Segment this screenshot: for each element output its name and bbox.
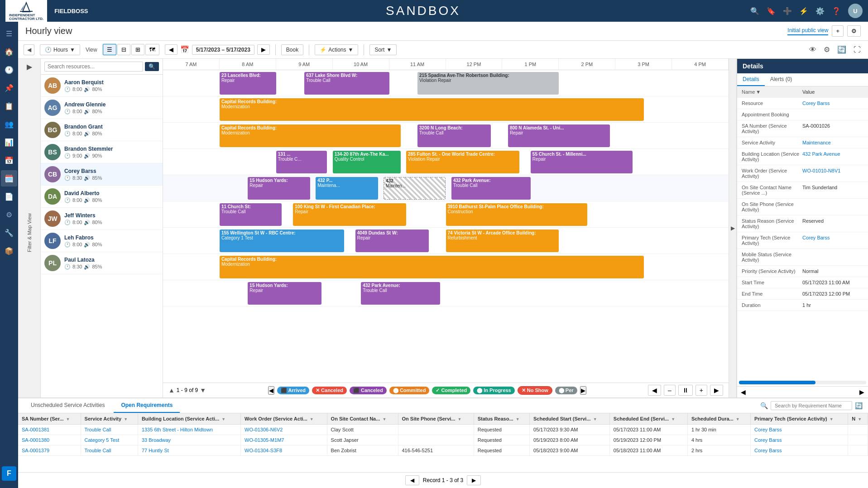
- filter-detail-icon[interactable]: ▼: [756, 89, 761, 95]
- tech-link-3[interactable]: Corey Barss: [754, 448, 782, 453]
- event-bs-3[interactable]: 285 Fulton St. - One World Trade Centre:…: [406, 151, 519, 173]
- legend-arrived[interactable]: ⬛ Arrived: [277, 387, 310, 394]
- col-work-order[interactable]: Work Order (Service Acti... ▼: [241, 413, 327, 425]
- resource-item-brandon-grant[interactable]: BG Brandon Grant 🕐 8:00 🔊 80%: [41, 119, 163, 141]
- hours-dropdown[interactable]: 🕐 Hours ▼: [40, 44, 80, 55]
- sidebar-recent-icon[interactable]: 🕐: [1, 62, 17, 78]
- sort-dropdown[interactable]: Sort ▼: [369, 44, 397, 55]
- event-bg-2[interactable]: 3200 N Long Beach: Trouble Call: [417, 124, 491, 147]
- col-sa-number[interactable]: SA Number (Ser... ▼: [18, 413, 81, 425]
- initial-public-view-link[interactable]: Initial public view: [787, 27, 828, 35]
- list-view-btn[interactable]: ☰: [103, 44, 116, 55]
- building-link-2[interactable]: 33 Broadway: [142, 437, 171, 443]
- tech-link-1[interactable]: Corey Barss: [754, 427, 782, 432]
- bottom-refresh-icon[interactable]: 🔄: [855, 402, 863, 409]
- sa-number-link-3[interactable]: SA-0001379: [22, 448, 49, 453]
- timeline-scroll-area[interactable]: 23 Lascelles Blvd: Repair 637 Lake Shore…: [163, 70, 729, 383]
- event-jw-3[interactable]: 74 Victoria St W - Arcade Office Buildin…: [446, 230, 559, 252]
- timeline-row-bg-david[interactable]: 11 Church St: Trouble Call 100 King St W…: [163, 201, 729, 227]
- tab-unscheduled[interactable]: Unscheduled Service Activities: [24, 398, 112, 413]
- building-link-3[interactable]: 77 Huntly St: [142, 448, 169, 453]
- zoom-out-btn[interactable]: –: [664, 385, 676, 396]
- sa-number-link-1[interactable]: SA-0001381: [22, 427, 49, 432]
- sidebar-docs-icon[interactable]: 📄: [1, 188, 17, 205]
- tech-link-2[interactable]: Corey Barss: [754, 437, 782, 443]
- search-icon[interactable]: 🔍: [750, 7, 759, 15]
- event-cb-4[interactable]: 432 Park Avenue: Trouble Call: [451, 177, 531, 200]
- zoom-in-btn[interactable]: +: [695, 385, 707, 396]
- sidebar-chart-icon[interactable]: 📊: [1, 134, 17, 150]
- details-prev-btn[interactable]: ◀: [741, 388, 746, 396]
- settings-icon[interactable]: ⚙️: [815, 7, 825, 15]
- grid-view-btn[interactable]: ⊞: [131, 44, 144, 55]
- event-pl-2[interactable]: 432 Park Avenue: Trouble Call: [361, 282, 440, 305]
- event-jw-1[interactable]: 155 Wellington St W - RBC Centre: Catego…: [220, 230, 344, 252]
- fullscreen-icon[interactable]: ⛶: [852, 44, 863, 56]
- resource-item-paul-latoza[interactable]: PL Paul Latoza 🕐 8:30 🔊 85%: [41, 252, 163, 274]
- event-bs-4[interactable]: 55 Church St. - Millenni... Repair: [531, 151, 633, 173]
- detail-value-resource[interactable]: Corey Barss: [802, 100, 863, 106]
- sidebar-settings2-icon[interactable]: ⚙: [1, 206, 17, 223]
- filter-icon[interactable]: ⚡: [799, 7, 808, 15]
- timeline-row-bg-paul[interactable]: 15 Hudson Yards: Repair 432 Park Avenue:…: [163, 280, 729, 306]
- floaty-f-button[interactable]: F: [2, 466, 16, 481]
- event-cb-2[interactable]: 432 P... Maintena...: [316, 177, 378, 200]
- resource-item-jeff-winters[interactable]: JW Jeff Winters 🕐 8:00 🔊 80%: [41, 208, 163, 230]
- collapse-left-btn[interactable]: ◀: [24, 44, 34, 55]
- timeline-row-bg-leh[interactable]: Capital Records Building: Modernization: [163, 254, 729, 280]
- legend-completed[interactable]: ✓ Completed: [432, 387, 470, 394]
- event-jw-2[interactable]: 4049 Dundas St W: Repair: [355, 230, 429, 252]
- user-avatar[interactable]: U: [848, 4, 863, 18]
- add-icon[interactable]: ➕: [783, 7, 792, 15]
- col-n[interactable]: N ▼: [848, 413, 868, 425]
- sidebar-group-icon[interactable]: 👥: [1, 116, 17, 132]
- sidebar-calendar-icon[interactable]: 📅: [1, 152, 17, 168]
- legend-inprogress[interactable]: ⬤ In Progress: [473, 387, 515, 394]
- prev-date-btn[interactable]: ◀: [165, 44, 177, 55]
- sidebar-schedule-icon[interactable]: 🗓️: [1, 170, 17, 187]
- tab-open-requirements[interactable]: Open Requirements: [114, 398, 180, 413]
- event-andrew-1[interactable]: Capital Records Building: Modernization: [220, 98, 644, 121]
- details-scrollbar[interactable]: [739, 381, 866, 384]
- timeline-row-bg-jeff[interactable]: 155 Wellington St W - RBC Centre: Catego…: [163, 228, 729, 254]
- details-next-btn[interactable]: ▶: [859, 388, 864, 396]
- legend-per[interactable]: ⬤ Per: [555, 387, 577, 394]
- sidebar-home-icon[interactable]: 🏠: [1, 43, 17, 60]
- next-legend-btn[interactable]: ▶: [580, 386, 586, 395]
- pause-btn[interactable]: ⏸: [678, 385, 693, 396]
- col-scheduled-end[interactable]: Scheduled End (Servi... ▼: [609, 413, 687, 425]
- filter-map-view-label[interactable]: Filter & Map View: [27, 213, 32, 252]
- prev-page-btn[interactable]: ◀: [648, 385, 661, 396]
- col-primary-tech[interactable]: Primary Tech (Service Activity) ▼: [750, 413, 848, 425]
- resource-item-corey-barss[interactable]: CB Corey Barss 🕐 8:30 🔊 85%: [41, 163, 163, 186]
- bottom-search-input[interactable]: [771, 401, 852, 410]
- resource-item-aaron-berquist[interactable]: AB Aaron Berquist 🕐 8:00 🔊 80%: [41, 75, 163, 97]
- event-bs-2[interactable]: 134-20 87th Ave-The Ka... Quality Contro…: [333, 151, 401, 173]
- event-aaron-3[interactable]: 215 Spadina Ave-The Robertson Building: …: [417, 72, 559, 95]
- work-order-link-2[interactable]: WO-01305-M1M7: [245, 437, 284, 443]
- resource-item-david-alberto[interactable]: DA David Alberto 🕐 8:00 🔊 80%: [41, 186, 163, 208]
- event-cb-1[interactable]: 15 Hudson Yards: Repair: [248, 177, 310, 200]
- expand-down-icon[interactable]: ▼: [200, 387, 206, 394]
- date-range-display[interactable]: 5/17/2023 – 5/17/2023: [192, 45, 254, 55]
- resource-search-btn[interactable]: 🔍: [145, 62, 159, 71]
- refresh-icon[interactable]: 🔄: [835, 43, 848, 56]
- legend-committed[interactable]: ⬤ Committed: [389, 387, 429, 394]
- eye-icon[interactable]: 👁: [807, 44, 818, 56]
- service-activity-link-2[interactable]: Category 5 Test: [85, 437, 120, 443]
- sidebar-list-icon[interactable]: 📋: [1, 98, 17, 114]
- event-da-3[interactable]: 3910 Bathurst St-Palm Place Office Build…: [446, 203, 587, 226]
- sa-number-link-2[interactable]: SA-0001380: [22, 437, 49, 443]
- timeline-row-bg-brandon-grant[interactable]: Capital Records Building: Modernization …: [163, 123, 729, 148]
- building-link-1[interactable]: 1335 6th Street - Hilton Midtown: [142, 427, 213, 432]
- col-scheduled-duration[interactable]: Scheduled Dura... ▼: [687, 413, 750, 425]
- event-cb-3[interactable]: 432 Mainten...: [384, 177, 446, 200]
- event-da-2[interactable]: 100 King St W - First Canadian Place: Re…: [293, 203, 406, 226]
- resource-item-leh-fabros[interactable]: LF Leh Fabros 🕐 8:00 🔊 80%: [41, 230, 163, 252]
- settings3-icon[interactable]: ⚙: [822, 43, 832, 56]
- timeline-row-bg-andrew[interactable]: Capital Records Building: Modernization: [163, 96, 729, 122]
- add-view-button[interactable]: +: [832, 25, 844, 37]
- gantt-view-btn[interactable]: ⊟: [117, 44, 130, 55]
- col-status-reason[interactable]: Status Reaso... ▼: [474, 413, 529, 425]
- service-activity-link-1[interactable]: Trouble Call: [85, 427, 111, 432]
